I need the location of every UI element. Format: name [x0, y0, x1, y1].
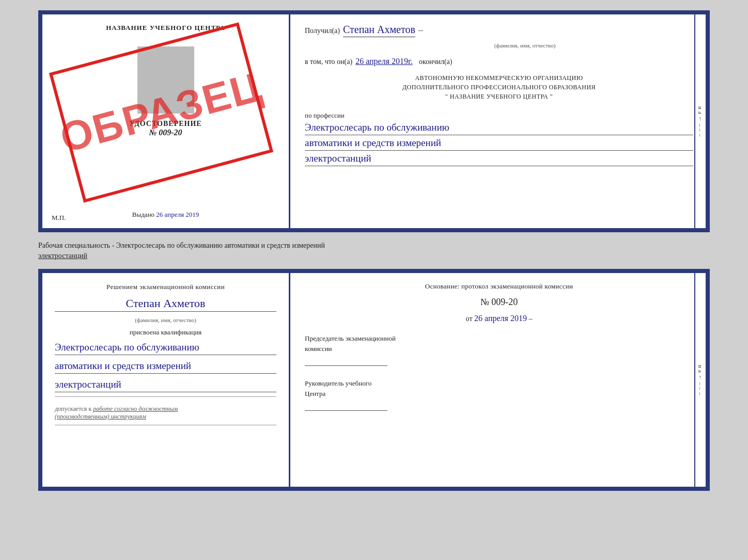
date-prefix: от [466, 315, 473, 323]
received-line: Получил(а) Степан Ахметов – [305, 24, 693, 37]
bside-char-3: ← [697, 375, 704, 380]
chairman-label: Председатель экзаменационной комиссии [305, 333, 693, 354]
org-line1: АВТОНОМНУЮ НЕКОММЕРЧЕСКУЮ ОРГАНИЗАЦИЮ [305, 73, 693, 83]
bside-char-6: – [697, 392, 704, 395]
allowed-italic2: (производственным) инструкциям [55, 413, 146, 420]
side-char-6: – [697, 134, 704, 137]
bside-char-5: – [697, 387, 704, 390]
allowed-prefix: допускается к [55, 405, 91, 412]
head-label: Руководитель учебного Центра [305, 378, 693, 398]
profession-line1: Электрослесарь по обслуживанию [305, 122, 693, 135]
chairman-block: Председатель экзаменационной комиссии [305, 333, 693, 368]
profession-block: по профессии Электрослесарь по обслужива… [305, 110, 693, 166]
side-char-3: ← [697, 116, 704, 122]
bside-char-1: и [697, 365, 704, 368]
issued-line: Выдано 26 апреля 2019 [132, 211, 199, 219]
middle-text-main: Рабочая специальность - Электрослесарь п… [38, 242, 325, 249]
top-left-panel: НАЗВАНИЕ УЧЕБНОГО ЦЕНТРА УДОСТОВЕРЕНИЕ №… [42, 14, 290, 228]
received-label: Получил(а) [305, 27, 340, 35]
bside-char-4: – [697, 382, 704, 386]
chairman-signature-line [305, 357, 387, 366]
vtom-date: 26 апреля 2019г. [355, 57, 413, 66]
separator-bottom-left2 [55, 425, 276, 425]
middle-text-2: электростанций [38, 252, 87, 260]
profession-line2: автоматики и средств измерений [305, 137, 693, 151]
right-side-bar-bottom: и а ← – – – [694, 273, 706, 487]
qual-line3: электростанций [55, 379, 276, 392]
side-char-4: – [697, 124, 704, 127]
cert-number: № 009-20 [149, 128, 182, 137]
protocol-number: № 009-20 [305, 297, 693, 308]
top-document: НАЗВАНИЕ УЧЕБНОГО ЦЕНТРА УДОСТОВЕРЕНИЕ №… [38, 10, 710, 232]
photo-placeholder [137, 46, 194, 114]
received-name: Степан Ахметов [343, 24, 415, 37]
qual-line1: Электрослесарь по обслуживанию [55, 342, 276, 355]
date-value: 26 апреля 2019 [474, 314, 527, 323]
middle-text: Рабочая специальность - Электрослесарь п… [38, 238, 710, 263]
separator-bottom-left [55, 396, 276, 397]
qual-line2: автоматики и средств измерений [55, 360, 276, 374]
side-char-2: а [697, 111, 704, 114]
vtom-label: в том, что он(а) [305, 58, 352, 66]
bottom-name: Степан Ахметов [55, 297, 276, 312]
side-char-1: и [697, 106, 704, 109]
profession-label: по профессии [305, 111, 345, 119]
decision-text: Решением экзаменационной комиссии [55, 282, 276, 292]
basis-text: Основание: протокол экзаменационной коми… [305, 282, 693, 291]
bside-char-2: а [697, 370, 704, 373]
right-side-bar-top: и а ← – – – [694, 14, 706, 228]
bottom-right-panel: Основание: протокол экзаменационной коми… [290, 273, 706, 487]
allowed-line: допускается к работе согласно должностны… [55, 405, 276, 421]
head-signature-line [305, 402, 387, 411]
school-title-top: НАЗВАНИЕ УЧЕБНОГО ЦЕНТРА [106, 24, 225, 32]
issued-date: 26 апреля 2019 [156, 211, 199, 218]
side-char-5: – [697, 129, 704, 132]
assigned-label: присвоена квалификация [55, 328, 276, 337]
org-line2: ДОПОЛНИТЕЛЬНОГО ПРОФЕССИОНАЛЬНОГО ОБРАЗО… [305, 83, 693, 92]
head-block: Руководитель учебного Центра [305, 378, 693, 413]
org-block: АВТОНОМНУЮ НЕКОММЕРЧЕСКУЮ ОРГАНИЗАЦИЮ ДО… [305, 73, 693, 101]
org-line3: " НАЗВАНИЕ УЧЕБНОГО ЦЕНТРА " [305, 92, 693, 101]
vtom-line: в том, что он(а) 26 апреля 2019г. окончи… [305, 57, 693, 66]
protocol-date: от 26 апреля 2019 – [305, 314, 693, 323]
cert-type: УДОСТОВЕРЕНИЕ [129, 120, 201, 128]
bottom-document: Решением экзаменационной комиссии Степан… [38, 269, 710, 491]
top-right-panel: Получил(а) Степан Ахметов – (фамилия, им… [290, 14, 706, 228]
bottom-left-panel: Решением экзаменационной комиссии Степан… [42, 273, 290, 487]
mp-label: М.П. [52, 214, 66, 222]
issued-label: Выдано [132, 211, 154, 218]
allowed-italic: работе согласно должностным [93, 405, 178, 412]
fio-label-top: (фамилия, имя, отчество) [356, 42, 693, 49]
profession-line3: электростанций [305, 153, 693, 166]
fio-label-bottom: (фамилия, имя, отчество) [55, 317, 276, 323]
okончil-label: окончил(а) [419, 58, 453, 66]
